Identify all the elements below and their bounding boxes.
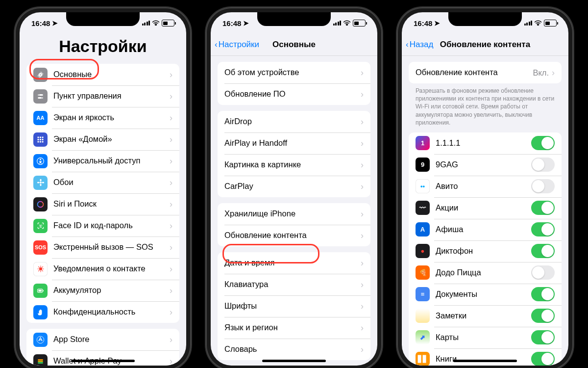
app-toggle[interactable]: [531, 179, 555, 193]
svg-point-20: [38, 201, 44, 207]
app-toggle[interactable]: [531, 222, 555, 237]
svg-rect-36: [38, 362, 43, 364]
app-label: Авито: [436, 177, 531, 196]
cell-g1-11[interactable]: Конфиденциальность ›: [26, 301, 179, 323]
chevron-right-icon: ›: [361, 280, 364, 290]
section-footer: Разрешать в фоновом режиме обновление пр…: [402, 83, 568, 127]
app-row-4: А Афиша: [409, 219, 562, 240]
svg-point-15: [40, 182, 42, 184]
cell-g2-1[interactable]: AirPlay и Handoff ›: [218, 132, 370, 154]
svg-point-17: [40, 184, 41, 186]
cell-g4-2[interactable]: Шрифты ›: [218, 295, 370, 317]
app-toggle[interactable]: [531, 158, 555, 172]
svg-rect-12: [42, 141, 44, 142]
cell-label: Уведомления о контакте: [53, 259, 170, 279]
cell-g3-0[interactable]: Хранилище iPhone ›: [218, 203, 370, 225]
notch: [66, 12, 140, 26]
app-row-9: ⬈ Карты: [409, 327, 562, 348]
app-toggle[interactable]: [531, 136, 555, 150]
chevron-right-icon: ›: [361, 301, 364, 312]
chevron-right-icon: ›: [361, 258, 364, 268]
cell-label: Экран «Домой»: [53, 130, 170, 149]
cell-label: AirPlay и Handoff: [224, 133, 361, 153]
chevron-right-icon: ›: [170, 356, 172, 366]
cell-g1-1[interactable]: Пункт управления ›: [26, 85, 179, 107]
content-scroll[interactable]: Об этом устройстве › Обновление ПО › Air…: [211, 56, 377, 366]
cell-g3-1[interactable]: Обновление контента ›: [218, 225, 370, 246]
cell-g2-0[interactable]: App Store ›: [26, 329, 179, 350]
app-icon: [416, 309, 430, 323]
cell-g1-4[interactable]: Универсальный доступ ›: [26, 150, 179, 172]
wallet-icon: [33, 354, 48, 366]
cell-g2-1[interactable]: Wallet и Apple Pay ›: [26, 350, 179, 366]
content-scroll[interactable]: Обновление контента Вкл. › Разрешать в ф…: [402, 56, 568, 366]
cell-label: Универсальный доступ: [53, 151, 170, 171]
face-icon: [33, 219, 48, 233]
home-indicator[interactable]: [262, 360, 326, 362]
chevron-right-icon: ›: [170, 156, 172, 166]
app-toggle[interactable]: [531, 330, 555, 344]
svg-rect-31: [43, 289, 44, 291]
app-toggle[interactable]: [531, 287, 555, 301]
location-icon: ➤: [434, 19, 440, 27]
hand-icon: [33, 305, 48, 319]
back-button[interactable]: ‹Настройки: [215, 40, 259, 50]
cell-g1-3[interactable]: Экран «Домой» ›: [26, 129, 179, 150]
cell-g1-6[interactable]: Siri и Поиск ›: [26, 193, 179, 215]
cell-g2-2[interactable]: Картинка в картинке ›: [218, 154, 370, 176]
svg-point-2: [39, 94, 40, 95]
app-row-2: •• Авито: [409, 176, 562, 197]
app-icon: ▋▋: [416, 352, 430, 366]
cell-g4-4[interactable]: Словарь ›: [218, 339, 370, 360]
app-toggle[interactable]: [531, 352, 555, 366]
cell-g1-9[interactable]: Уведомления о контакте ›: [26, 258, 179, 280]
cell-g1-7[interactable]: Face ID и код-пароль ›: [26, 215, 179, 237]
app-row-3: 〰 Акции: [409, 197, 562, 219]
cell-g4-0[interactable]: Дата и время ›: [218, 252, 370, 274]
app-toggle[interactable]: [531, 265, 555, 280]
app-icon: А: [416, 222, 430, 237]
app-label: Диктофон: [436, 241, 531, 261]
cell-g1-5[interactable]: Обои ›: [26, 172, 179, 193]
chevron-right-icon: ›: [361, 160, 364, 170]
chevron-right-icon: ›: [170, 335, 172, 345]
cell-label: Обновление контента: [416, 63, 533, 82]
page-title: Настройки: [20, 34, 186, 60]
app-toggle[interactable]: [531, 201, 555, 215]
chevron-right-icon: ›: [361, 117, 364, 127]
cell-label: Основные: [53, 65, 170, 84]
phone-settings: 16:48➤ Настройки Основные › Пункт управл…: [15, 7, 191, 368]
gear-icon: [33, 68, 48, 82]
cell-g1-1[interactable]: Обновление ПО ›: [218, 83, 370, 105]
AA-icon: AA: [33, 111, 48, 125]
content-scroll[interactable]: Основные › Пункт управления › AA Экран и…: [20, 60, 186, 366]
app-toggle[interactable]: [531, 309, 555, 323]
cell-g1-0[interactable]: Основные ›: [26, 64, 179, 85]
home-indicator[interactable]: [453, 360, 517, 362]
cell-label: AirDrop: [224, 112, 361, 131]
cell-bg-refresh-master[interactable]: Обновление контента Вкл. ›: [409, 62, 562, 83]
flower-icon: [33, 176, 48, 190]
app-row-10: ▋▋ Книги: [409, 348, 562, 366]
chevron-right-icon: ›: [170, 286, 172, 296]
chevron-right-icon: ›: [170, 134, 172, 145]
back-button[interactable]: ‹Назад: [406, 40, 433, 50]
cell-g4-1[interactable]: Клавиатура ›: [218, 274, 370, 295]
cell-label: Хранилище iPhone: [224, 204, 361, 224]
cell-g1-2[interactable]: AA Экран и яркость ›: [26, 107, 179, 129]
app-toggle[interactable]: [531, 244, 555, 258]
chevron-right-icon: ›: [361, 344, 364, 355]
svg-line-28: [38, 270, 39, 271]
cell-label: Обои: [53, 173, 170, 192]
app-row-6: 🍕 Додо Пицца: [409, 262, 562, 284]
cell-g4-3[interactable]: Язык и регион ›: [218, 317, 370, 339]
svg-line-29: [42, 266, 43, 267]
cell-g2-0[interactable]: AirDrop ›: [218, 111, 370, 132]
home-indicator[interactable]: [71, 360, 135, 362]
section-about: Об этом устройстве › Обновление ПО ›: [218, 62, 370, 105]
cell-g1-0[interactable]: Об этом устройстве ›: [218, 62, 370, 83]
cell-g1-8[interactable]: SOS Экстренный вызов — SOS ›: [26, 237, 179, 258]
cell-g2-3[interactable]: CarPlay ›: [218, 176, 370, 197]
cell-g1-10[interactable]: Аккумулятор ›: [26, 280, 179, 301]
switches-icon: [33, 89, 48, 104]
